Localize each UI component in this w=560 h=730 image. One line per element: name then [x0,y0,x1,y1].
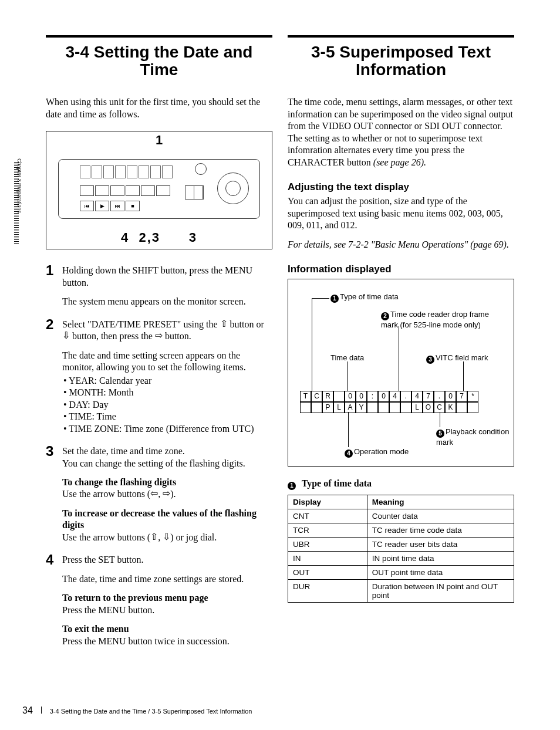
device-figure: 1 ⏮▶⏭■ 4 2,3 3 [46,131,272,249]
info-displayed-heading: Information displayed [288,263,514,275]
information-display-figure: 1Type of time data 2Time code reader dro… [288,279,514,467]
adjust-reference: For details, see 7-2-2 "Basic Menu Opera… [288,239,514,251]
page-footer: 34 3-4 Setting the Date and the Time / 3… [22,705,252,716]
adjust-paragraph: You can adjust the position, size and ty… [288,195,514,231]
steps-list: 1 Holding down the SHIFT button, press t… [46,263,272,647]
right-column: 3-5 Superimposed Text Information The ti… [288,35,514,657]
left-column: 3-4 Setting the Date and Time When using… [46,35,272,657]
chapter-tab: Chapter 3 Preparations [14,162,32,244]
section-3-4-heading: 3-4 Setting the Date and Time [46,38,272,79]
section-3-5-intro: The time code, menu settings, alarm mess… [288,96,514,168]
table-title: 1 Type of time data [288,478,514,490]
adjust-heading: Adjusting the text display [288,181,514,193]
section-3-4-intro: When using this unit for the first time,… [46,96,272,120]
time-data-table: Display Meaning CNTCounter dataTCRTC rea… [288,495,514,603]
section-3-5-heading: 3-5 Superimposed Text Information [288,38,514,79]
